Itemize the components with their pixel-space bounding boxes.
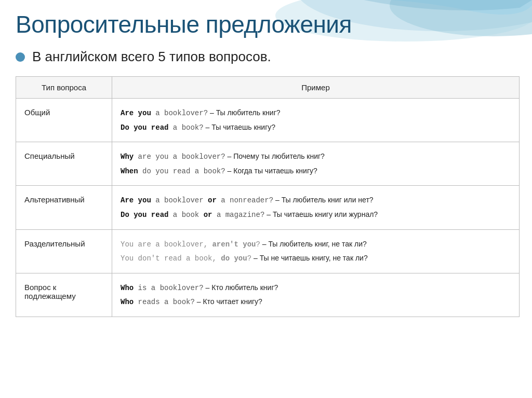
table-header-row: Тип вопроса Пример bbox=[16, 77, 520, 99]
page-title: Вопросительные предложения bbox=[16, 10, 516, 38]
row-example-cell: Who is a booklover? – Кто любитель книг?… bbox=[112, 273, 520, 317]
example-part: a book bbox=[173, 123, 199, 132]
example-part: – Ты не читаешь книгу, не так ли? bbox=[251, 254, 368, 262]
row-example-cell: Why are you a booklover? – Почему ты люб… bbox=[112, 142, 520, 186]
example-part: reads a book bbox=[134, 298, 190, 306]
example-part: ? bbox=[221, 153, 225, 161]
example-part: read bbox=[147, 211, 172, 219]
example-line: You don't read a book, do you? – Ты не ч… bbox=[121, 251, 511, 266]
row-example-cell: Are you a booklover or a nonreader? – Ты… bbox=[112, 186, 520, 229]
example-part: – Ты любитель книг или нет? bbox=[273, 196, 374, 204]
example-part: – Когда ты читаешь книгу? bbox=[225, 167, 317, 175]
example-part: Do bbox=[121, 123, 134, 132]
example-part: – Ты читаешь книгу? bbox=[204, 123, 275, 131]
example-part: a booklover bbox=[151, 196, 208, 204]
col-header-example: Пример bbox=[112, 77, 520, 99]
example-part: – Ты любитель книг? bbox=[208, 108, 280, 117]
example-part: Are bbox=[121, 109, 138, 117]
example-part: ? bbox=[256, 240, 260, 249]
page-content: Вопросительные предложения В английском … bbox=[0, 0, 532, 327]
example-line: Do you read a book? – Ты читаешь книгу? bbox=[121, 120, 511, 135]
example-part: aren't you bbox=[212, 240, 256, 249]
row-type-cell: Разделительный bbox=[16, 229, 112, 273]
row-type-cell: Специальный bbox=[16, 142, 112, 186]
example-part: read bbox=[147, 123, 172, 132]
question-types-table: Тип вопроса Пример ОбщийAre you a booklo… bbox=[16, 76, 520, 317]
example-line: Who is a booklover? – Кто любитель книг? bbox=[121, 281, 511, 295]
example-part: You don't read a book, bbox=[121, 254, 221, 263]
example-part: is a booklover bbox=[134, 284, 199, 292]
example-part: do you bbox=[221, 254, 247, 263]
example-part: – Ты любитель книг, не так ли? bbox=[260, 240, 367, 248]
row-type-cell: Общий bbox=[16, 99, 112, 142]
example-part: Who bbox=[121, 284, 134, 292]
example-part: you bbox=[134, 123, 147, 132]
row-type-cell: Альтернативный bbox=[16, 186, 112, 229]
example-part: a book bbox=[173, 211, 204, 219]
example-line: You are a booklover, aren't you? – Ты лю… bbox=[121, 237, 511, 252]
bullet-icon bbox=[16, 52, 25, 62]
example-part: or bbox=[208, 196, 217, 204]
example-part: a nonreader bbox=[217, 196, 269, 204]
example-part: – Почему ты любитель книг? bbox=[225, 152, 325, 160]
example-part: You are a booklover, bbox=[121, 240, 212, 249]
example-part: ? bbox=[269, 196, 273, 204]
example-part: you bbox=[138, 196, 151, 204]
table-row: СпециальныйWhy are you a booklover? – По… bbox=[16, 142, 520, 186]
example-part: Why bbox=[121, 153, 134, 161]
example-line: Why are you a booklover? – Почему ты люб… bbox=[121, 149, 511, 164]
example-part: you bbox=[134, 211, 147, 219]
example-part: ? bbox=[247, 254, 251, 263]
example-part: ? bbox=[204, 109, 208, 117]
table-row: АльтернативныйAre you a booklover or a n… bbox=[16, 186, 520, 229]
example-part: ? bbox=[190, 298, 194, 306]
example-part: ? bbox=[199, 123, 203, 132]
example-part: are you a booklover bbox=[134, 153, 221, 161]
row-example-cell: Are you a booklover? – Ты любитель книг?… bbox=[112, 99, 520, 142]
subtitle-container: В английском всего 5 типов вопросов. bbox=[16, 49, 516, 65]
example-line: Who reads a book? – Кто читает книгу? bbox=[121, 295, 511, 309]
example-part: – Кто читает книгу? bbox=[195, 297, 262, 306]
example-line: Are you a booklover? – Ты любитель книг? bbox=[121, 106, 511, 120]
row-example-cell: You are a booklover, aren't you? – Ты лю… bbox=[112, 229, 520, 273]
example-part: ? bbox=[199, 284, 203, 292]
example-part: Are bbox=[121, 196, 138, 204]
example-part: Do bbox=[121, 211, 134, 219]
example-part: – Ты читаешь книгу или журнал? bbox=[264, 210, 378, 218]
subtitle-text: В английском всего 5 типов вопросов. bbox=[32, 49, 271, 65]
table-row: РазделительныйYou are a booklover, aren'… bbox=[16, 229, 520, 273]
table-row: Вопрос к подлежащемуWho is a booklover? … bbox=[16, 273, 520, 317]
example-part: you bbox=[138, 109, 151, 117]
example-part: Who bbox=[121, 298, 134, 306]
col-header-type: Тип вопроса bbox=[16, 77, 112, 99]
example-part: ? bbox=[221, 167, 225, 175]
example-line: Do you read a book or a magazine? – Ты ч… bbox=[121, 208, 511, 222]
row-type-cell: Вопрос к подлежащему bbox=[16, 273, 112, 317]
example-part: a magazine bbox=[212, 211, 260, 219]
example-part: do you read a book bbox=[138, 167, 221, 175]
example-part: When bbox=[121, 167, 138, 175]
example-part: a booklover bbox=[151, 109, 204, 117]
example-part: or bbox=[204, 211, 212, 219]
example-line: Are you a booklover or a nonreader? – Ты… bbox=[121, 193, 511, 208]
example-line: When do you read a book? – Когда ты чита… bbox=[121, 164, 511, 179]
example-part: – Кто любитель книг? bbox=[204, 283, 278, 292]
table-row: ОбщийAre you a booklover? – Ты любитель … bbox=[16, 99, 520, 142]
